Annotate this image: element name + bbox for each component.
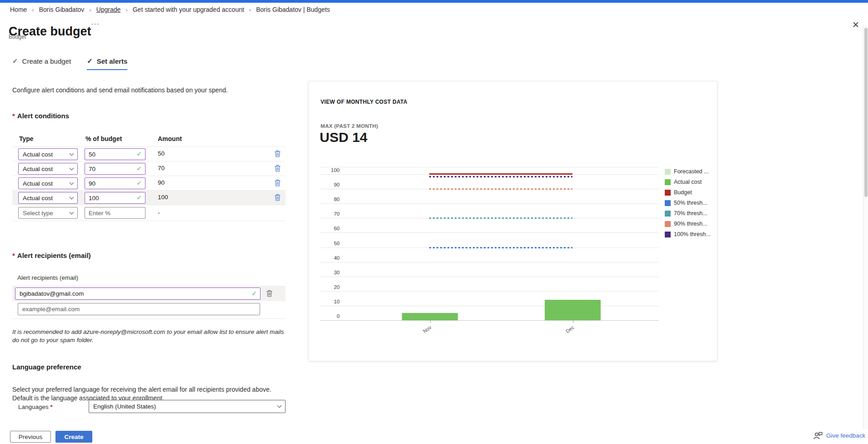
column-header: Type — [19, 135, 34, 142]
gridline — [320, 291, 659, 292]
delete-condition-button[interactable] — [272, 149, 282, 159]
x-axis-tick — [573, 320, 573, 323]
legend-item[interactable]: 90% thresh... — [665, 221, 707, 227]
legend-item[interactable]: 50% thresh... — [665, 200, 707, 206]
delete-condition-button[interactable] — [272, 164, 282, 174]
alert-condition-row: Actual cost✓90 — [12, 176, 286, 190]
legend-label: 50% thresh... — [674, 200, 707, 206]
trash-icon — [274, 194, 281, 201]
type-select[interactable]: Actual cost — [18, 148, 78, 160]
chevron-down-icon — [277, 404, 282, 408]
legend-item[interactable]: 100% thresh... — [665, 231, 711, 237]
breadcrumb-item[interactable]: Boris Gibadatov — [39, 6, 85, 13]
create-budget-page: { "icons": { "check": "✓", "close": "✕",… — [0, 0, 868, 444]
chevron-down-icon — [70, 180, 74, 185]
x-axis-label: Dec — [553, 324, 575, 342]
type-select[interactable]: Actual cost — [18, 192, 78, 204]
threshold-line-100 — [429, 176, 572, 177]
breadcrumb-item[interactable]: Home — [10, 6, 27, 13]
breadcrumb: Home›Boris Gibadatov›Upgrade›Get started… — [10, 6, 330, 13]
breadcrumb-item[interactable]: Upgrade — [96, 6, 121, 13]
close-icon[interactable]: ✕ — [849, 19, 862, 30]
gridline — [320, 306, 659, 306]
trash-icon — [274, 179, 281, 187]
legend-item[interactable]: 70% thresh... — [665, 210, 707, 217]
required-marker: * — [12, 112, 15, 120]
scrollbar-thumb[interactable] — [864, 28, 868, 197]
previous-button[interactable]: Previous — [10, 431, 51, 443]
divider — [12, 318, 286, 319]
chart-metric-value: USD 14 — [320, 130, 367, 145]
email-input[interactable] — [15, 288, 261, 300]
legend-item[interactable]: Forecasted ... — [665, 168, 708, 175]
type-select-value: Actual cost — [23, 151, 53, 158]
breadcrumb-separator: › — [32, 6, 34, 13]
type-select-value: Actual cost — [23, 166, 53, 172]
alert-recipients-heading: *Alert recipients (email) — [12, 252, 91, 259]
legend-swatch — [665, 200, 671, 206]
create-button[interactable]: Create — [55, 431, 92, 443]
alert-condition-empty-row: Select type- — [12, 205, 286, 221]
y-axis-tick-label: 90 — [311, 182, 340, 187]
legend-item[interactable]: Actual cost — [665, 179, 702, 185]
percent-field-wrap: ✓ — [85, 177, 146, 189]
valid-check-icon: ✓ — [136, 179, 142, 187]
percent-field-wrap: ✓ — [85, 192, 146, 204]
tab-create-a-budget[interactable]: ✓Create a budget — [12, 57, 71, 70]
legend-label: Budget — [674, 189, 692, 196]
breadcrumb-item[interactable]: Get started with your upgraded account — [133, 6, 244, 13]
legend-label: 100% thresh... — [674, 231, 711, 237]
y-axis-tick-label: 10 — [311, 299, 340, 304]
percent-input[interactable] — [85, 207, 146, 219]
tab-set-alerts[interactable]: ✓Set alerts — [87, 57, 127, 70]
delete-condition-button[interactable] — [272, 193, 282, 203]
chevron-down-icon — [70, 195, 74, 199]
threshold-line-70 — [429, 217, 572, 219]
trash-icon — [274, 150, 281, 157]
legend-item[interactable]: Budget — [665, 189, 692, 196]
email-input-wrap: ✓ — [15, 288, 261, 300]
delete-email-button[interactable] — [264, 289, 274, 299]
valid-check-icon: ✓ — [136, 165, 142, 172]
tab-label: Set alerts — [97, 57, 128, 65]
tab-label: Create a budget — [22, 57, 71, 65]
chevron-down-icon — [70, 210, 74, 214]
spam-note: It is recommended to add azure-noreply@m… — [12, 328, 289, 344]
alert-recipients-label: Alert recipients (email) — [17, 274, 78, 281]
y-axis-tick-label: 0 — [311, 313, 340, 319]
legend-label: Actual cost — [674, 179, 702, 185]
legend-label: Forecasted ... — [674, 168, 708, 175]
y-axis-tick-label: 30 — [311, 270, 340, 275]
delete-condition-button[interactable] — [272, 178, 282, 188]
x-axis-tick — [430, 320, 431, 323]
breadcrumb-item[interactable]: Boris Gibadatov | Budgets — [256, 6, 330, 13]
type-select[interactable]: Select type — [18, 207, 78, 219]
legend-swatch — [665, 169, 671, 175]
trash-icon — [274, 165, 281, 172]
breadcrumb-separator: › — [125, 6, 127, 13]
y-axis-tick-label: 100 — [311, 167, 340, 173]
y-axis-tick-label: 40 — [311, 255, 340, 261]
y-axis-tick-label: 80 — [311, 197, 340, 202]
percent-field-wrap: ✓ — [85, 148, 146, 160]
legend-swatch — [665, 211, 671, 217]
feedback-icon — [813, 432, 823, 439]
gridline — [320, 262, 659, 262]
top-accent-bar — [0, 0, 868, 3]
new-email-input[interactable] — [18, 303, 260, 315]
legend-label: 90% thresh... — [674, 221, 707, 227]
give-feedback-link[interactable]: Give feedback — [813, 432, 865, 439]
type-select[interactable]: Actual cost — [18, 177, 78, 189]
legend-swatch — [665, 232, 671, 237]
trash-icon — [266, 290, 273, 297]
language-selected-value: English (United States) — [93, 403, 156, 410]
y-axis-tick-label: 70 — [311, 211, 340, 217]
cost-chart-panel: VIEW OF MONTHLY COST DATA MAX (PAST 2 MO… — [308, 81, 717, 361]
page-subtitle: Budget — [9, 34, 26, 40]
language-select[interactable]: English (United States) — [89, 400, 286, 413]
more-options-icon[interactable]: ··· — [91, 20, 100, 28]
amount-value: 90 — [158, 179, 165, 186]
y-axis-tick-label: 60 — [311, 226, 340, 231]
type-select[interactable]: Actual cost — [18, 163, 78, 175]
chart-metric-label: MAX (PAST 2 MONTH) — [321, 123, 378, 129]
